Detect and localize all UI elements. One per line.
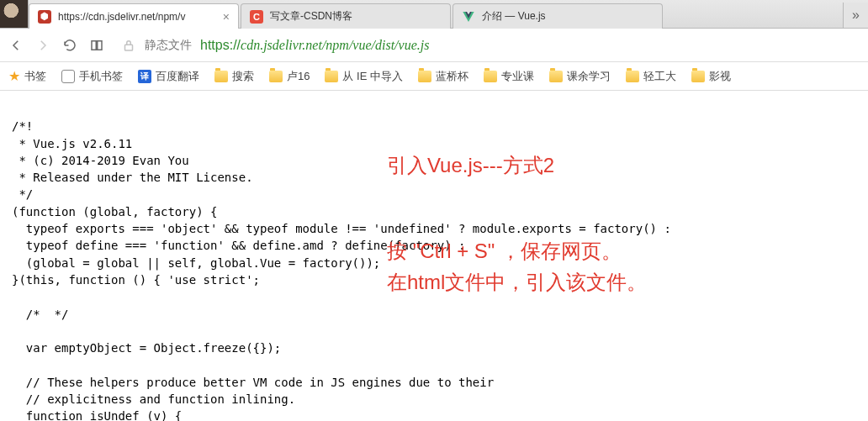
folder-icon [418,71,431,82]
bookmark-folder-lanqiao[interactable]: 蓝桥杯 [418,69,468,84]
reload-button[interactable] [62,38,77,53]
back-button[interactable] [8,38,24,53]
bookmark-folder-video[interactable]: 影视 [691,69,731,84]
star-icon: ★ [8,68,20,84]
svg-rect-0 [125,45,133,50]
tab-title: https://cdn.jsdelivr.net/npm/v [58,11,185,23]
annotation-body: 按 "Ctrl + S" ，保存网页。 在html文件中，引入该文件。 [387,235,647,297]
folder-icon [269,71,283,82]
tab-csdn[interactable]: C 写文章-CSDN博客 [241,3,451,29]
bookmark-phone[interactable]: 手机书签 [61,69,123,84]
baidu-icon: 译 [138,70,151,83]
annotation-title: 引入Vue.js---方式2 [387,151,554,181]
page-content: /*! * Vue.js v2.6.11 * (c) 2014-2019 Eva… [0,91,868,421]
bookmark-folder-search[interactable]: 搜索 [214,69,254,84]
bookmark-folder-major[interactable]: 专业课 [484,69,534,84]
lock-icon [121,38,136,53]
tab-title: 写文章-CSDN博客 [270,9,352,24]
folder-icon [484,71,497,82]
favicon-csdn: C [250,10,263,24]
folder-icon [325,71,338,82]
phone-icon [61,70,75,83]
folder-icon [691,71,705,82]
forward-button[interactable] [35,38,50,53]
bookmark-folder-ie-import[interactable]: 从 IE 中导入 [325,69,403,84]
folder-icon [214,71,228,82]
address-bar[interactable]: 静态文件 https://cdn.jsdelivr.net/npm/vue/di… [116,33,860,58]
nav-toolbar: 静态文件 https://cdn.jsdelivr.net/npm/vue/di… [0,29,868,62]
close-icon[interactable]: × [223,10,230,24]
favicon-jsdelivr: ⬢ [38,10,51,24]
tab-strip: ⬢ https://cdn.jsdelivr.net/npm/v × C 写文章… [0,0,868,29]
bookmarks-bar: ★书签 手机书签 译百度翻译 搜索 卢16 从 IE 中导入 蓝桥杯 专业课 课… [0,62,868,91]
bookmark-folder-extra[interactable]: 课余学习 [549,69,611,84]
window-avatar[interactable] [0,0,29,28]
favicon-vue [462,10,475,24]
folder-icon [549,71,563,82]
tab-overflow-button[interactable]: » [843,3,868,28]
bookmark-baidu[interactable]: 译百度翻译 [138,69,199,84]
tab-title: 介绍 — Vue.js [482,9,546,24]
tab-jsdelivr[interactable]: ⬢ https://cdn.jsdelivr.net/npm/v × [29,3,239,29]
folder-icon [626,71,639,82]
reader-button[interactable] [89,38,104,53]
bookmark-root[interactable]: ★书签 [8,68,46,84]
bookmark-folder-lu16[interactable]: 卢16 [269,69,310,84]
static-file-badge: 静态文件 [145,38,192,53]
tab-vuejs[interactable]: 介绍 — Vue.js [453,3,663,29]
bookmark-folder-school[interactable]: 轻工大 [626,69,676,84]
url-text: https://cdn.jsdelivr.net/npm/vue/dist/vu… [200,38,429,53]
